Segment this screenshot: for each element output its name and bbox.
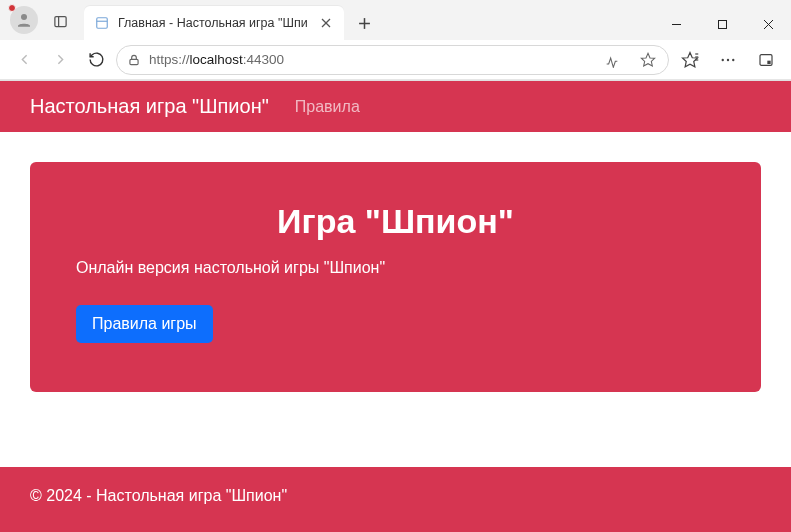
address-bar[interactable]: https://localhost:44300 [116, 45, 669, 75]
url-text: https://localhost:44300 [149, 52, 590, 67]
site-header: Настольная игра "Шпион" Правила [0, 81, 791, 132]
site-brand[interactable]: Настольная игра "Шпион" [30, 95, 269, 118]
new-tab-button[interactable] [350, 8, 380, 38]
svg-point-21 [732, 58, 734, 60]
url-host: localhost [190, 52, 243, 67]
lock-icon [127, 53, 141, 67]
back-button[interactable] [8, 44, 40, 76]
refresh-button[interactable] [80, 44, 112, 76]
svg-marker-14 [641, 53, 654, 66]
read-aloud-button[interactable] [598, 47, 626, 73]
toolbar: https://localhost:44300 [0, 40, 791, 80]
tab-title: Главная - Настольная игра "Шпи [118, 16, 308, 30]
sidebar-toggle-button[interactable] [749, 44, 783, 76]
svg-rect-3 [97, 18, 108, 29]
tab-strip: Главная - Настольная игра "Шпи [0, 0, 791, 40]
window-controls [653, 8, 791, 40]
svg-rect-1 [54, 16, 65, 26]
svg-point-19 [722, 58, 724, 60]
site-footer: © 2024 - Настольная игра "Шпион" [0, 467, 791, 532]
favorite-button[interactable] [634, 47, 662, 73]
url-scheme: https:// [149, 52, 190, 67]
main-content: Игра "Шпион" Онлайн версия настольной иг… [0, 132, 791, 467]
profile-button[interactable] [10, 6, 38, 34]
svg-point-20 [727, 58, 729, 60]
tab-favicon-icon [94, 15, 110, 31]
nav-link-rules[interactable]: Правила [295, 98, 360, 116]
url-port: :44300 [243, 52, 284, 67]
rules-button[interactable]: Правила игры [76, 305, 213, 343]
jumbotron: Игра "Шпион" Онлайн версия настольной иг… [30, 162, 761, 392]
window-close-button[interactable] [745, 8, 791, 40]
page-title: Игра "Шпион" [76, 202, 715, 241]
notification-dot-icon [8, 4, 16, 12]
web-page: Настольная игра "Шпион" Правила Игра "Шп… [0, 81, 791, 532]
lead-text: Онлайн версия настольной игры "Шпион" [76, 259, 715, 277]
svg-point-0 [21, 14, 27, 20]
svg-rect-13 [130, 59, 138, 64]
tab-close-button[interactable] [316, 13, 336, 33]
footer-text: © 2024 - Настольная игра "Шпион" [30, 487, 287, 504]
favorites-list-button[interactable] [673, 44, 707, 76]
svg-rect-23 [767, 60, 770, 63]
browser-tab[interactable]: Главная - Настольная игра "Шпи [84, 6, 344, 40]
more-button[interactable] [711, 44, 745, 76]
window-minimize-button[interactable] [653, 8, 699, 40]
tab-actions-button[interactable] [44, 6, 76, 36]
browser-chrome: Главная - Настольная игра "Шпи [0, 0, 791, 81]
svg-rect-10 [718, 20, 726, 28]
forward-button[interactable] [44, 44, 76, 76]
window-maximize-button[interactable] [699, 8, 745, 40]
